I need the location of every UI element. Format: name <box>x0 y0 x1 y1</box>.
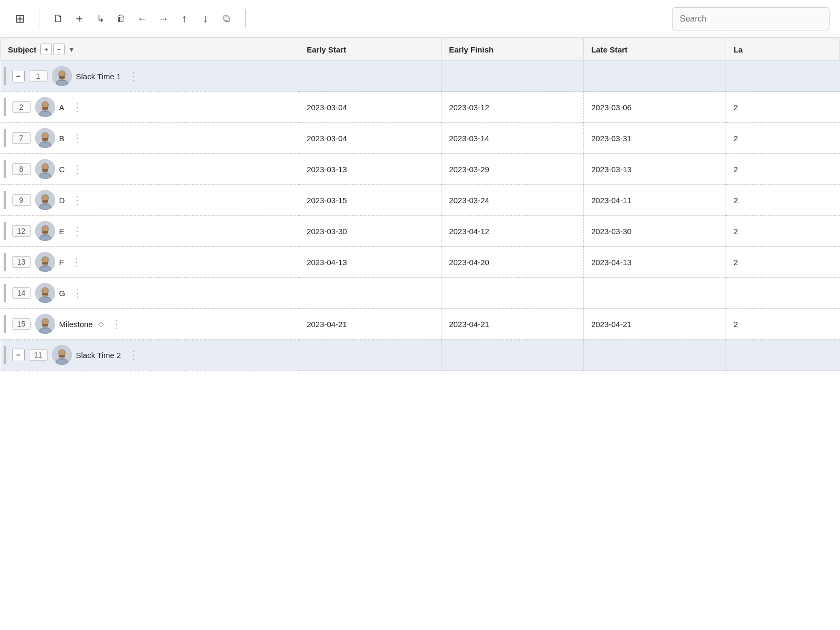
cell-early-start: 2023-03-30 <box>299 216 442 247</box>
subject-cell: 8 C⋮ <box>1 154 299 185</box>
row-id: 1 <box>29 70 48 82</box>
svg-rect-89 <box>57 360 67 365</box>
cell-early-start: 2023-04-21 <box>299 309 442 340</box>
cell-late-finish: 2 <box>726 216 840 247</box>
svg-rect-69 <box>42 293 48 296</box>
cell-late-finish <box>726 61 840 92</box>
more-options-icon[interactable]: ⋮ <box>128 70 139 82</box>
row-drag-handle[interactable] <box>4 98 6 116</box>
cell-early-start: 2023-03-04 <box>299 123 442 154</box>
row-drag-handle[interactable] <box>4 222 6 240</box>
cell-early-finish: 2023-04-20 <box>442 247 584 278</box>
avatar <box>35 190 55 210</box>
row-id: 13 <box>12 256 31 268</box>
cell-early-start: 2023-04-13 <box>299 247 442 278</box>
subject-cell: 15 Milestone ◇⋮ <box>1 309 299 340</box>
back-button[interactable]: ← <box>133 9 152 28</box>
row-id: 7 <box>12 132 31 144</box>
col-subject: Subject + − ▼ <box>1 38 299 61</box>
row-id: 14 <box>12 287 31 299</box>
subject-cell: 12 E⋮ <box>1 216 299 247</box>
subject-cell: 13 F⋮ <box>1 247 299 278</box>
more-options-icon[interactable]: ⋮ <box>72 101 82 113</box>
add-button[interactable]: + <box>70 9 89 28</box>
row-drag-handle[interactable] <box>4 67 6 85</box>
subject-cell: −11 Slack Time 2⋮ <box>1 340 299 371</box>
task-name: Slack Time 2 <box>76 351 121 360</box>
down-button[interactable]: ↓ <box>196 9 215 28</box>
row-id: 15 <box>12 318 31 330</box>
task-name: Milestone <box>59 320 93 329</box>
up-button[interactable]: ↑ <box>175 9 194 28</box>
svg-rect-42 <box>42 200 48 203</box>
cell-late-finish <box>726 340 840 371</box>
row-id: 8 <box>12 163 31 175</box>
col-early-start: Early Start <box>299 38 442 61</box>
cell-early-start <box>299 61 442 92</box>
search-input[interactable] <box>680 14 822 24</box>
more-options-icon[interactable]: ⋮ <box>72 194 82 206</box>
table-row: −11 Slack Time 2⋮ <box>1 340 840 371</box>
collapse-button[interactable]: − <box>12 70 25 82</box>
delete-button[interactable]: 🗑 <box>112 9 131 28</box>
svg-rect-15 <box>42 107 48 110</box>
task-name: B <box>59 134 65 143</box>
cell-late-finish: 2 <box>726 123 840 154</box>
cell-early-finish <box>442 61 584 92</box>
row-drag-handle[interactable] <box>4 315 6 333</box>
search-box[interactable] <box>672 7 830 30</box>
indent-button[interactable]: ↳ <box>91 9 110 28</box>
cell-early-finish: 2023-04-12 <box>442 216 584 247</box>
more-options-icon[interactable]: ⋮ <box>128 349 139 361</box>
row-drag-handle[interactable] <box>4 160 6 178</box>
row-drag-handle[interactable] <box>4 346 6 364</box>
expand-all-button[interactable]: + <box>40 44 52 55</box>
separator-2 <box>245 9 246 28</box>
avatar <box>35 252 55 272</box>
svg-rect-26 <box>40 143 50 148</box>
collapse-all-button[interactable]: − <box>53 44 65 55</box>
svg-rect-71 <box>40 298 50 303</box>
more-options-icon[interactable]: ⋮ <box>111 318 122 330</box>
col-subject-icons: + − ▼ <box>40 44 75 55</box>
cell-early-finish: 2023-03-12 <box>442 92 584 123</box>
row-drag-handle[interactable] <box>4 284 6 302</box>
subject-cell: 2 A⋮ <box>1 92 299 123</box>
col-late-finish-label: La <box>733 45 743 54</box>
avatar <box>35 159 55 179</box>
more-options-icon[interactable]: ⋮ <box>72 225 82 237</box>
cell-late-finish: 2 <box>726 247 840 278</box>
more-options-icon[interactable]: ⋮ <box>72 287 83 299</box>
forward-button[interactable]: → <box>154 9 173 28</box>
table-row: 9 D⋮2023-03-152023-03-242023-04-112 <box>1 185 840 216</box>
cell-late-finish: 2 <box>726 154 840 185</box>
cell-late-start: 2023-04-11 <box>584 185 726 216</box>
row-drag-handle[interactable] <box>4 253 6 271</box>
cell-late-start: 2023-03-30 <box>584 216 726 247</box>
collapse-button[interactable]: − <box>12 349 25 361</box>
cell-late-start <box>584 61 726 92</box>
task-name: E <box>59 227 65 236</box>
more-options-icon[interactable]: ⋮ <box>71 256 82 268</box>
row-drag-handle[interactable] <box>4 191 6 209</box>
svg-rect-24 <box>42 138 48 141</box>
copy-button[interactable]: ⧉ <box>217 9 236 28</box>
task-name: D <box>59 196 65 205</box>
svg-rect-78 <box>42 324 48 327</box>
svg-rect-60 <box>42 262 48 265</box>
row-id: 9 <box>12 194 31 206</box>
table-row: 15 Milestone ◇⋮2023-04-212023-04-212023-… <box>1 309 840 340</box>
row-drag-handle[interactable] <box>4 129 6 147</box>
table-row: −1 Slack Time 1⋮ <box>1 61 840 92</box>
cell-late-finish: 2 <box>726 92 840 123</box>
subject-cell: −1 Slack Time 1⋮ <box>1 61 299 92</box>
filter-icon[interactable]: ▼ <box>68 45 75 54</box>
more-options-icon[interactable]: ⋮ <box>72 163 82 175</box>
svg-rect-87 <box>59 355 65 358</box>
col-late-start-label: Late Start <box>591 45 627 54</box>
new-button[interactable]: 🗋 <box>49 9 68 28</box>
col-subject-label: Subject <box>8 45 36 54</box>
more-options-icon[interactable]: ⋮ <box>72 132 82 144</box>
grid-button[interactable]: ⊞ <box>10 9 29 28</box>
cell-early-start: 2023-03-04 <box>299 92 442 123</box>
